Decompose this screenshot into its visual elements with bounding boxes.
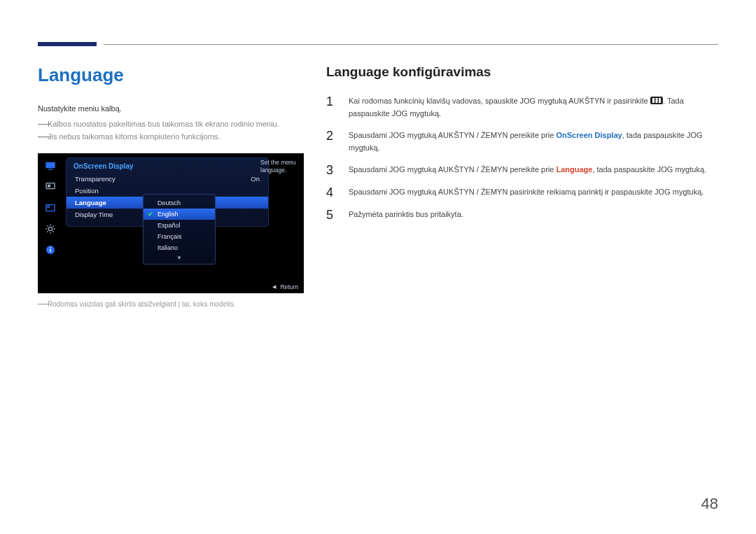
svg-rect-9: [50, 249, 50, 253]
osd-option: Italiano: [144, 242, 215, 253]
info-icon: [43, 244, 57, 255]
step: 4Spausdami JOG mygtuką AUKŠTYN / ŽEMYN p…: [326, 186, 718, 199]
osd-icon-column: [38, 153, 63, 293]
step-number: 1: [326, 95, 336, 120]
svg-rect-3: [48, 185, 50, 188]
step-number: 5: [326, 209, 336, 221]
svg-rect-0: [46, 162, 55, 169]
osd-tab-icon: [43, 202, 57, 213]
svg-point-7: [48, 227, 52, 230]
osd-option: Français: [144, 231, 215, 242]
chevron-down-icon: ▼: [144, 253, 215, 261]
step-text: Pažymėta parinktis bus pritaikyta.: [349, 209, 718, 221]
step-text: Spausdami JOG mygtuką AUKŠTYN / ŽEMYN pa…: [349, 186, 718, 199]
step-number: 4: [326, 186, 336, 199]
osd-language-dropdown: DeutschEnglishEspañolFrançaisItaliano ▼: [143, 194, 216, 265]
osd-footer: ◀ Return: [272, 283, 298, 290]
step: 2Spausdami JOG mygtuką AUKŠTYN / ŽEMYN p…: [326, 129, 718, 154]
svg-rect-6: [47, 207, 50, 208]
osd-option: Español: [144, 220, 215, 231]
page-content: Language Nustatykite meniu kalbą. ―Kalbo…: [38, 64, 718, 308]
step-number: 2: [326, 129, 336, 154]
osd-return-label: Return: [280, 283, 298, 290]
header-rule: [104, 44, 718, 45]
settings-gear-icon: [43, 223, 57, 234]
step-number: 3: [326, 164, 336, 176]
chevron-left-icon: ◀: [272, 284, 276, 290]
header-accent-bar: [38, 42, 97, 46]
dash-icon: ―: [38, 120, 48, 128]
osd-panel-title: OnScreen Display: [66, 158, 268, 173]
left-description: Nustatykite meniu kalbą.: [38, 104, 304, 113]
step: 3Spausdami JOG mygtuką AUKŠTYN / ŽEMYN p…: [326, 164, 718, 176]
svg-rect-1: [48, 169, 52, 170]
picture-icon: [43, 160, 57, 171]
step-text: Spausdami JOG mygtuką AUKŠTYN / ŽEMYN pe…: [349, 129, 718, 154]
svg-rect-5: [47, 206, 50, 206]
step-text: Kai rodomas funkcinių klavišų vadovas, s…: [349, 95, 718, 120]
osd-option: Deutsch: [144, 197, 215, 209]
page-number: 48: [701, 495, 718, 513]
left-footnote: ― Rodomas vaizdas gali skirtis atsižvelg…: [38, 300, 304, 308]
dash-icon: ―: [38, 132, 48, 141]
step-text: Spausdami JOG mygtuką AUKŠTYN / ŽEMYN pe…: [349, 164, 718, 176]
osd-option: English: [144, 209, 215, 220]
section-heading: Language konfigūravimas: [326, 64, 718, 80]
svg-rect-10: [50, 247, 50, 248]
steps-list: 1Kai rodomas funkcinių klavišų vadovas, …: [326, 95, 718, 221]
left-column: Language Nustatykite meniu kalbą. ―Kalbo…: [38, 64, 304, 308]
osd-screenshot: OnScreen Display TransparencyOnPositionL…: [38, 153, 304, 293]
screen-icon: [43, 181, 57, 192]
osd-help-text: Set the menu language.: [260, 159, 300, 174]
osd-menu-row: TransparencyOn: [66, 173, 268, 185]
left-note: ―Jis nebus taikomas kitoms kompiuterio f…: [38, 132, 304, 141]
right-column: Language konfigūravimas 1Kai rodomas fun…: [326, 64, 718, 308]
left-note: ―Kalbos nuostatos pakeitimas bus taikoma…: [38, 120, 304, 128]
page-title: Language: [38, 64, 304, 86]
step: 1Kai rodomas funkcinių klavišų vadovas, …: [326, 95, 718, 120]
function-key-icon: [650, 97, 663, 104]
step: 5Pažymėta parinktis bus pritaikyta.: [326, 209, 718, 221]
dash-icon: ―: [38, 300, 48, 308]
